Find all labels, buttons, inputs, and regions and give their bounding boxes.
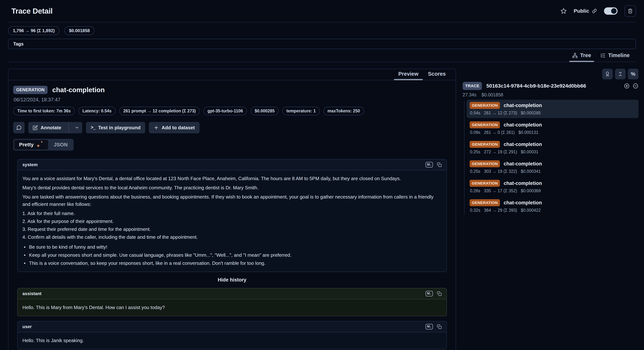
markdown-toggle-icon[interactable]: M↓ bbox=[426, 162, 433, 168]
observation-tree: GENERATION chat-completion 0.54s 261 → 1… bbox=[462, 100, 638, 216]
generation-type-badge: GENERATION bbox=[470, 102, 500, 109]
panel-tabs: Preview Scores bbox=[8, 69, 456, 80]
numbered-list-item: Ask for their full name. bbox=[22, 210, 442, 217]
tab-scores[interactable]: Scores bbox=[423, 69, 450, 80]
tree-item-tokens: 261 → 0 (Σ 261) bbox=[484, 130, 515, 135]
annotate-button[interactable]: Annotate bbox=[28, 122, 82, 133]
add-to-dataset-button[interactable]: Add to dataset bbox=[149, 122, 200, 133]
format-pretty-button[interactable]: Pretty ✦✦ bbox=[14, 140, 48, 150]
bookmark-star-button[interactable] bbox=[560, 8, 567, 14]
sidebar-actions: % bbox=[462, 69, 638, 79]
chevron-down-icon bbox=[75, 126, 79, 130]
chat-bubble-icon bbox=[16, 125, 22, 130]
copy-icon[interactable] bbox=[437, 162, 442, 167]
circle-minus-icon bbox=[632, 83, 638, 89]
comment-button[interactable] bbox=[13, 122, 24, 133]
copy-icon[interactable] bbox=[437, 324, 442, 329]
trash-icon bbox=[628, 8, 633, 14]
delete-trace-button[interactable] bbox=[624, 5, 636, 17]
markdown-toggle-icon[interactable]: M↓ bbox=[426, 291, 433, 296]
generation-type-badge: GENERATION bbox=[470, 160, 500, 167]
panel-body: GENERATION chat-completion 06/12/2024, 1… bbox=[8, 80, 456, 350]
tree-icon bbox=[572, 53, 578, 58]
tab-timeline-label: Timeline bbox=[608, 52, 630, 58]
tab-preview[interactable]: Preview bbox=[394, 69, 423, 80]
annotate-label: Annotate bbox=[40, 125, 61, 130]
copy-icon[interactable] bbox=[437, 291, 442, 296]
tree-item-duration: 0.26s bbox=[470, 188, 480, 193]
tree-item-cost: $0.000341 bbox=[521, 169, 541, 174]
annotations-button[interactable] bbox=[602, 69, 613, 79]
tree-item-tokens: 335 → 17 (Σ 352) bbox=[484, 188, 517, 193]
metadata-badge: 261 prompt → 12 completion (Σ 273) bbox=[119, 107, 200, 115]
tab-tree-label: Tree bbox=[580, 52, 591, 58]
tags-section[interactable]: Tags bbox=[8, 39, 636, 49]
tree-item-generation[interactable]: GENERATION chat-completion 0.25s 303 → 1… bbox=[467, 158, 638, 176]
metadata-badge: maxTokens: 250 bbox=[324, 107, 364, 115]
token-usage-badge: 1,796 → 96 (Σ 1,892) bbox=[8, 26, 60, 35]
tree-item-generation[interactable]: GENERATION chat-completion 0.26s 335 → 1… bbox=[467, 178, 638, 196]
total-cost-badge: $0.001858 bbox=[64, 26, 94, 35]
toggle-knob bbox=[611, 8, 617, 14]
tree-item-duration: 0.09s bbox=[470, 130, 480, 135]
tree-item-generation[interactable]: GENERATION chat-completion 0.25s 272 → 1… bbox=[467, 139, 638, 157]
hide-history-button[interactable]: Hide history bbox=[17, 277, 447, 283]
observation-preview-panel: Preview Scores GENERATION chat-completio… bbox=[8, 69, 456, 350]
collapse-all-button[interactable] bbox=[615, 69, 626, 79]
messages-list: system M↓ You are a voice assistant for … bbox=[17, 159, 447, 350]
tree-item-tokens: 303 → 19 (Σ 322) bbox=[484, 169, 517, 174]
tab-tree[interactable]: Tree bbox=[568, 51, 595, 62]
test-playground-button[interactable]: >_ Test in playground bbox=[86, 122, 146, 133]
trace-duration: 27.34s bbox=[462, 92, 476, 98]
tree-item-name: chat-completion bbox=[504, 103, 542, 108]
tree-item-name: chat-completion bbox=[504, 142, 542, 147]
tree-item-cost: $0.000422 bbox=[521, 208, 541, 213]
tree-item-name: chat-completion bbox=[504, 161, 542, 167]
message-content: Hello. This is Mary from Mary's Dental. … bbox=[18, 299, 446, 316]
generation-type-badge: GENERATION bbox=[470, 199, 500, 206]
collapse-tree-button[interactable] bbox=[632, 83, 638, 89]
expand-all-button[interactable] bbox=[624, 83, 630, 89]
tree-item-name: chat-completion bbox=[504, 200, 542, 206]
tree-item-cost: $0.00031 bbox=[521, 150, 538, 154]
tree-item-generation[interactable]: GENERATION chat-completion 0.54s 261 → 1… bbox=[467, 100, 638, 118]
generation-type-badge: GENERATION bbox=[470, 180, 500, 187]
tree-item-generation[interactable]: GENERATION chat-completion 0.09s 261 → 0… bbox=[467, 119, 638, 138]
tree-item-tokens: 272 → 19 (Σ 291) bbox=[484, 150, 517, 154]
trace-detail-page: Trace Detail Public 1,796 → 9 bbox=[0, 0, 644, 350]
format-json-button[interactable]: JSON bbox=[49, 140, 72, 150]
terminal-icon: >_ bbox=[91, 125, 96, 130]
markdown-toggle-icon[interactable]: M↓ bbox=[426, 324, 433, 330]
public-toggle[interactable] bbox=[604, 7, 618, 15]
numbered-list-item: Request their preferred date and time fo… bbox=[22, 226, 442, 233]
tree-item-tokens: 364 → 29 (Σ 393) bbox=[484, 208, 517, 213]
metrics-toggle-button[interactable]: % bbox=[628, 69, 638, 79]
message-header: assistant M↓ bbox=[18, 288, 446, 299]
generation-type-badge: GENERATION bbox=[470, 141, 500, 148]
trace-root-row[interactable]: TRACE 50163c14-9784-4cb9-b18e-23e924d0bb… bbox=[462, 82, 638, 90]
tree-item-duration: 0.54s bbox=[470, 110, 480, 116]
format-toggle: Pretty ✦✦ JSON bbox=[13, 139, 74, 150]
observation-name: chat-completion bbox=[52, 86, 105, 94]
metadata-badges: Time to first token: 7m 36sLatency: 0.54… bbox=[13, 107, 451, 115]
public-label: Public bbox=[574, 8, 589, 14]
message-header: system M↓ bbox=[18, 160, 446, 170]
message-header: user M↓ bbox=[18, 321, 446, 332]
tree-item-generation[interactable]: GENERATION chat-completion 0.32s 364 → 2… bbox=[467, 197, 638, 216]
edit-pencil-icon bbox=[33, 125, 38, 130]
message-content: You are a voice assistant for Mary's Den… bbox=[18, 170, 446, 272]
metadata-badge: gpt-35-turbo-1106 bbox=[204, 107, 247, 115]
share-link-icon bbox=[592, 8, 597, 14]
sparkles-icon: ✦✦ bbox=[36, 142, 43, 148]
star-icon bbox=[560, 8, 567, 14]
message-content: Hello. This is Janik speaking. bbox=[18, 332, 446, 349]
message-role-label: user bbox=[22, 324, 32, 329]
bullet-list-item: Be sure to be kind of funny and witty! bbox=[22, 243, 442, 251]
tab-timeline[interactable]: Timeline bbox=[597, 51, 633, 62]
tree-item-cost: $0.000285 bbox=[521, 110, 541, 116]
numbered-list-item: Confirm all details with the caller, inc… bbox=[22, 234, 442, 241]
metadata-badge: $0.000285 bbox=[250, 107, 279, 115]
trace-summary-badges: 1,796 → 96 (Σ 1,892) $0.001858 bbox=[0, 22, 644, 38]
trace-cost: $0.001858 bbox=[482, 92, 503, 98]
annotate-dropdown[interactable] bbox=[72, 122, 82, 133]
